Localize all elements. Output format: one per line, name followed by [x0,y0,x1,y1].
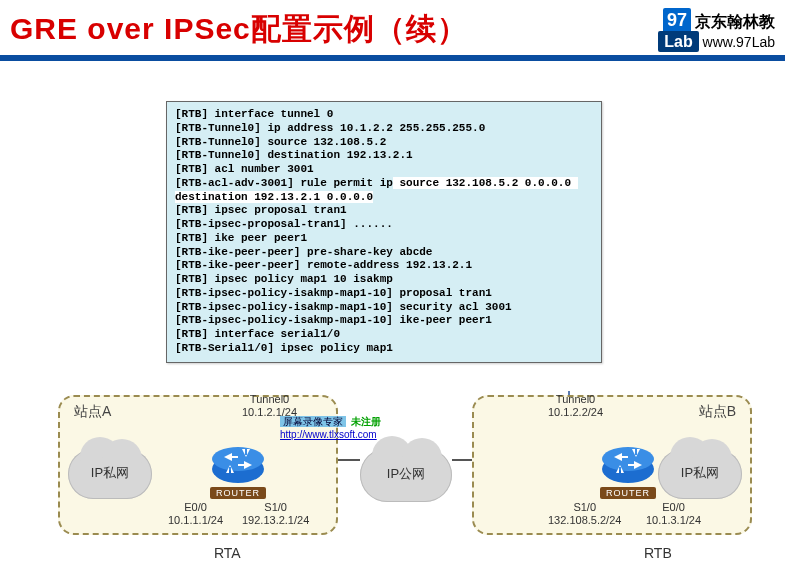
cloud-priv-b: IP私网 [658,449,742,499]
router-label: ROUTER [600,487,656,499]
label-e0-a: E0/0 10.1.1.1/24 [168,501,223,527]
router-b: ROUTER [600,441,656,499]
label-tunnel-b: Tunnel0 10.1.2.2/24 [548,393,603,419]
watermark-status: 未注册 [351,416,381,427]
slide-body: [RTB] interface tunnel 0 [RTB-Tunnel0] i… [0,61,785,561]
watermark-url: http://www.tlxsoft.com [280,429,381,440]
watermark: 屏幕录像专家 未注册 http://www.tlxsoft.com [280,415,381,440]
router-icon [210,441,266,485]
router-a: ROUTER [210,441,266,499]
brand-url: www.97Lab [703,34,775,50]
slide-header: GRE over IPSec配置示例（续） 97 京东翰林教 Lab www.9… [0,0,785,61]
watermark-title: 屏幕录像专家 [280,416,346,427]
rtb-label: RTB [644,545,672,561]
cloud-priv-a: IP私网 [68,449,152,499]
brand-block: 97 京东翰林教 Lab www.97Lab [658,8,775,51]
router-icon [600,441,656,485]
network-diagram: 屏幕录像专家 未注册 http://www.tlxsoft.com 站点A IP… [10,385,775,562]
brand-num: 97 [663,8,691,33]
slide-title: GRE over IPSec配置示例（续） [10,9,468,50]
label-e0-b: E0/0 10.1.3.1/24 [646,501,701,527]
config-commands: [RTB] interface tunnel 0 [RTB-Tunnel0] i… [166,101,602,363]
config-part2: [RTB] ipsec proposal tran1 [RTB-ipsec-pr… [175,204,512,354]
label-s1-a: S1/0 192.13.2.1/24 [242,501,309,527]
svg-point-3 [602,447,654,471]
router-label: ROUTER [210,487,266,499]
cloud-public: IP公网 [360,448,452,502]
site-b-label: 站点B [699,403,736,421]
rta-label: RTA [214,545,241,561]
site-a-label: 站点A [74,403,111,421]
brand-lab: Lab [658,31,698,52]
label-s1-b: S1/0 132.108.5.2/24 [548,501,621,527]
svg-point-1 [212,447,264,471]
brand-cn: 京东翰林教 [695,12,775,33]
